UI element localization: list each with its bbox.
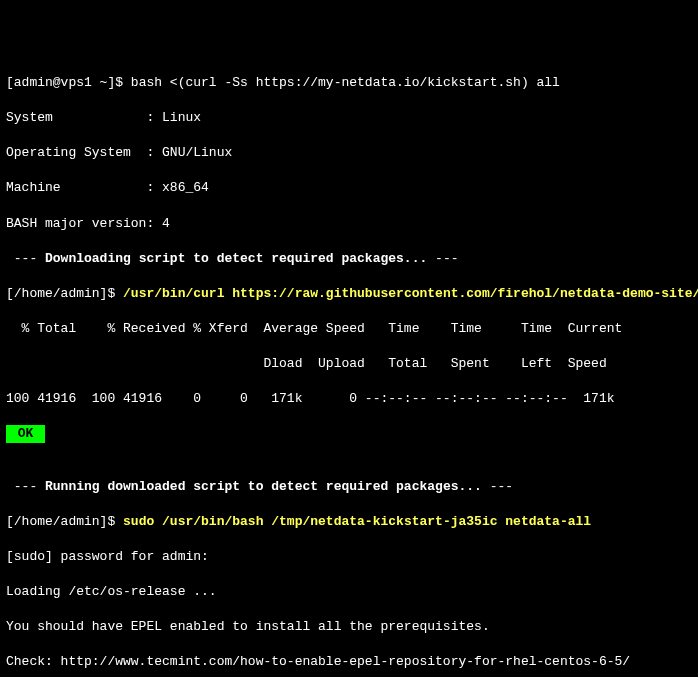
section-header: --- Downloading script to detect require… [6, 250, 692, 268]
dash-suffix: --- [482, 479, 521, 494]
output-line: Check: http://www.tecmint.com/how-to-ena… [6, 653, 692, 671]
ok-badge: OK [6, 425, 45, 443]
output-line: System : Linux [6, 109, 692, 127]
shell-prompt: [/home/admin]$ [6, 514, 123, 529]
command-text: /usr/bin/curl https://raw.githubusercont… [123, 286, 698, 301]
dash-prefix: --- [6, 479, 45, 494]
command-text: sudo /usr/bin/bash /tmp/netdata-kickstar… [123, 514, 591, 529]
dash-suffix: --- [427, 251, 466, 266]
curl-header: Dload Upload Total Spent Left Speed [6, 355, 692, 373]
output-line: Machine : x86_64 [6, 179, 692, 197]
output-line: Operating System : GNU/Linux [6, 144, 692, 162]
ok-line: OK [6, 425, 692, 443]
output-line: You should have EPEL enabled to install … [6, 618, 692, 636]
command-text: bash <(curl -Ss https://my-netdata.io/ki… [131, 75, 560, 90]
sudo-prompt: [sudo] password for admin: [6, 548, 692, 566]
prompt-line-1: [admin@vps1 ~]$ bash <(curl -Ss https://… [6, 74, 692, 92]
section-title: Downloading script to detect required pa… [45, 251, 427, 266]
prompt-line-3: [/home/admin]$ sudo /usr/bin/bash /tmp/n… [6, 513, 692, 531]
prompt-line-2: [/home/admin]$ /usr/bin/curl https://raw… [6, 285, 692, 303]
curl-header: % Total % Received % Xferd Average Speed… [6, 320, 692, 338]
section-title: Running downloaded script to detect requ… [45, 479, 482, 494]
section-header: --- Running downloaded script to detect … [6, 478, 692, 496]
shell-prompt: [/home/admin]$ [6, 286, 123, 301]
output-line: Loading /etc/os-release ... [6, 583, 692, 601]
curl-progress: 100 41916 100 41916 0 0 171k 0 --:--:-- … [6, 390, 692, 408]
dash-prefix: --- [6, 251, 45, 266]
output-line: BASH major version: 4 [6, 215, 692, 233]
shell-prompt: [admin@vps1 ~]$ [6, 75, 131, 90]
